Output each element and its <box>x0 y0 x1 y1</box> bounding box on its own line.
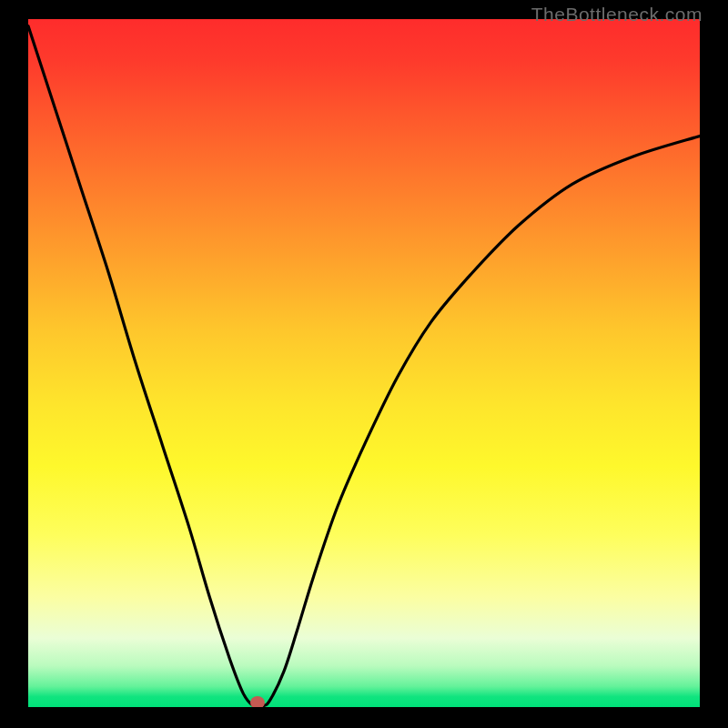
watermark-text: TheBottleneck.com <box>531 4 703 25</box>
minimum-marker-icon <box>250 696 265 707</box>
plot-area <box>28 19 700 707</box>
chart-container: TheBottleneck.com <box>0 0 728 728</box>
bottleneck-curve <box>28 19 700 707</box>
